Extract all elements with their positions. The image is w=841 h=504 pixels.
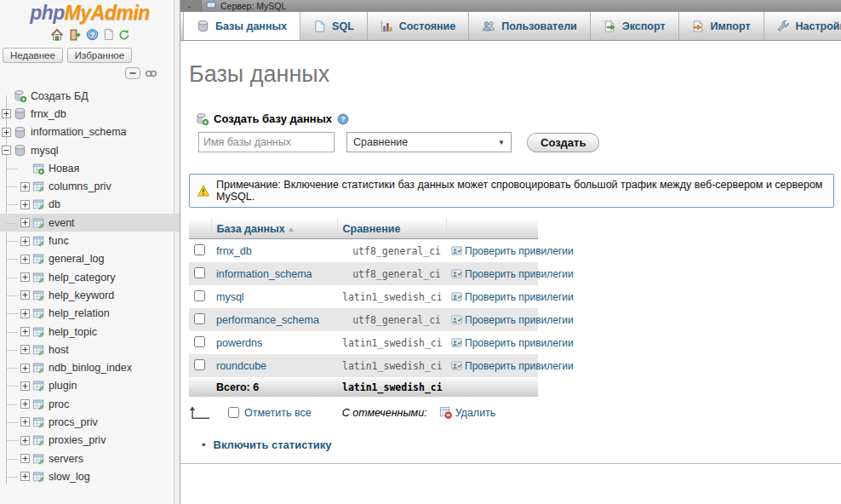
expander-plus-icon[interactable] — [20, 472, 30, 481]
home-icon[interactable] — [50, 28, 64, 42]
check-privileges-link[interactable]: Проверить привилегии — [465, 314, 574, 326]
database-name-cell: roundcube — [211, 354, 337, 377]
tab-Пользователи[interactable]: Пользователи — [469, 12, 591, 40]
tree-item-frnx_db[interactable]: frnx_db — [0, 105, 180, 123]
tree-item-servers[interactable]: servers — [0, 450, 180, 467]
expander-plus-icon[interactable] — [20, 417, 30, 427]
table-icon — [32, 307, 44, 319]
tab-Базы данных[interactable]: Базы данных — [183, 12, 300, 40]
sort-by-database-link[interactable]: База данных — [217, 223, 285, 235]
tree-item-help_topic[interactable]: help_topic — [0, 323, 180, 341]
expander-plus-icon[interactable] — [20, 200, 30, 209]
tree-item-procs_priv[interactable]: procs_priv — [0, 413, 180, 431]
tree-item-tables_priv[interactable]: tables_priv — [0, 486, 180, 487]
tree-item-proxies_priv[interactable]: proxies_priv — [0, 432, 180, 450]
row-checkbox[interactable] — [194, 244, 205, 255]
database-link[interactable]: mysql — [216, 291, 244, 303]
check-privileges-link[interactable]: Проверить привилегии — [465, 245, 574, 257]
table-row: powerdnslatin1_swedish_ciПроверить приви… — [189, 331, 538, 354]
phpmyadmin-logo[interactable]: phpMyAdmin — [0, 2, 180, 25]
help-icon[interactable]: ? — [337, 113, 349, 125]
users-icon — [482, 20, 495, 32]
expander-plus-icon[interactable] — [20, 218, 30, 227]
tab-Экспорт[interactable]: Экспорт — [591, 12, 679, 40]
row-checkbox[interactable] — [194, 359, 205, 370]
tab-Импорт[interactable]: Импорт — [679, 12, 764, 40]
database-link[interactable]: information_schema — [216, 268, 312, 280]
database-new-icon — [14, 89, 26, 102]
collapse-all-icon[interactable] — [125, 67, 140, 79]
check-privileges-link[interactable]: Проверить привилегии — [465, 360, 574, 372]
expander-plus-icon[interactable] — [20, 290, 30, 300]
tree-item-ndb_binlog_index[interactable]: ndb_binlog_index — [0, 358, 180, 376]
privileges-icon — [451, 314, 462, 325]
expander-plus-icon[interactable] — [20, 436, 30, 445]
expander-plus-icon[interactable] — [20, 255, 30, 264]
tree-item-columns_priv[interactable]: columns_priv — [0, 177, 180, 195]
row-checkbox[interactable] — [194, 336, 205, 347]
sort-by-collation-link[interactable]: Сравнение — [343, 223, 401, 235]
tree-item-plugin[interactable]: plugin — [0, 377, 180, 395]
expander-plus-icon[interactable] — [2, 109, 11, 118]
tree-item-general_log[interactable]: general_log — [0, 250, 180, 268]
check-privileges-link[interactable]: Проверить привилегии — [465, 337, 574, 349]
create-database-button[interactable]: Создать — [527, 133, 599, 152]
tree-item-help_category[interactable]: help_category — [0, 268, 180, 286]
expander-plus-icon[interactable] — [20, 309, 30, 318]
tree-item-help_relation[interactable]: help_relation — [0, 305, 180, 323]
expander-plus-icon[interactable] — [2, 128, 11, 137]
tree-item-mysql[interactable]: mysql — [0, 141, 180, 159]
drop-link[interactable]: Удалить — [455, 407, 496, 419]
collation-select[interactable]: Сравнение ▼ — [346, 132, 512, 152]
tab-Состояние[interactable]: Состояние — [368, 12, 469, 40]
row-checkbox[interactable] — [194, 290, 205, 301]
expander-plus-icon[interactable] — [20, 182, 30, 192]
expander-plus-icon[interactable] — [20, 381, 30, 391]
tree-item-information_schema[interactable]: information_schema — [0, 123, 180, 141]
database-link[interactable]: performance_schema — [216, 314, 319, 326]
tree-item-Создать БД[interactable]: Создать БД — [0, 87, 180, 105]
row-checkbox[interactable] — [194, 313, 205, 324]
check-privileges-link[interactable]: Проверить привилегии — [465, 291, 574, 303]
tab-Настройки[interactable]: Настройки — [764, 12, 841, 40]
sql-icon — [313, 20, 326, 33]
expander-minus-icon[interactable] — [2, 146, 11, 155]
tab-label: Пользователи — [501, 20, 577, 32]
tree-item-host[interactable]: host — [0, 341, 180, 358]
collation-cell: utf8_general_ci — [337, 239, 446, 263]
row-checkbox[interactable] — [194, 267, 205, 278]
enable-statistics-link[interactable]: Включить статистику — [214, 438, 332, 451]
expander-plus-icon[interactable] — [20, 454, 30, 463]
tree-item-Новая[interactable]: Новая — [0, 159, 180, 177]
expander-plus-icon[interactable] — [20, 364, 30, 373]
check-all-checkbox[interactable] — [228, 407, 239, 418]
expander-plus-icon[interactable] — [20, 327, 30, 336]
tree-item-slow_log[interactable]: slow_log — [0, 467, 180, 485]
tab-SQL[interactable]: SQL — [300, 12, 368, 40]
database-link[interactable]: roundcube — [216, 360, 266, 372]
reload-icon[interactable] — [118, 29, 130, 41]
tree-item-event[interactable]: event — [0, 214, 180, 232]
tree-item-db[interactable]: db — [0, 196, 180, 214]
unlink-icon[interactable] — [145, 69, 157, 78]
tree-item-func[interactable]: func — [0, 232, 180, 249]
favorites-button[interactable]: Избранное — [67, 48, 132, 63]
expander-plus-icon[interactable] — [20, 237, 30, 246]
database-link[interactable]: frnx_db — [216, 245, 252, 257]
mysql-docs-icon[interactable] — [103, 28, 114, 41]
check-privileges-link[interactable]: Проверить привилегии — [465, 268, 574, 280]
tree-item-proc[interactable]: proc — [0, 395, 180, 413]
tab-label: Настройки — [796, 20, 841, 32]
collapse-navigation-arrow[interactable]: ← — [180, 0, 202, 12]
recents-button[interactable]: Недавнее — [3, 48, 63, 63]
row-checkbox-cell — [189, 331, 211, 354]
check-all-link[interactable]: Отметить все — [244, 407, 312, 419]
tree-item-help_keyword[interactable]: help_keyword — [0, 286, 180, 304]
expander-plus-icon[interactable] — [20, 345, 30, 354]
pma-docs-icon[interactable]: ? — [86, 28, 99, 41]
expander-plus-icon[interactable] — [20, 272, 30, 282]
database-name-input[interactable] — [198, 132, 335, 152]
expander-plus-icon[interactable] — [20, 399, 30, 409]
logout-icon[interactable] — [68, 28, 82, 42]
database-link[interactable]: powerdns — [216, 337, 262, 349]
